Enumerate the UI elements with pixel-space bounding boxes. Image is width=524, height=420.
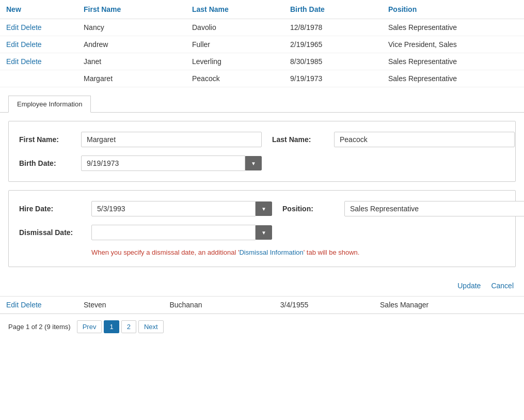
employee-info-form: First Name: Last Name: Birth Date:: [8, 121, 516, 182]
new-button[interactable]: New: [6, 5, 21, 13]
name-row: First Name: Last Name:: [19, 132, 505, 147]
birth-date-input[interactable]: [81, 155, 245, 171]
position-cell: Sales Representative: [382, 53, 524, 70]
dismissal-info-text: When you specify a dismissal date, an ad…: [19, 248, 505, 256]
hire-date-dropdown-btn[interactable]: [256, 201, 272, 216]
edit-button[interactable]: Edit: [6, 301, 19, 309]
hire-date-input[interactable]: [91, 201, 256, 216]
dismissal-date-dropdown-btn[interactable]: [256, 225, 272, 240]
birth-date-label: Birth Date:: [19, 159, 81, 167]
last-name-input[interactable]: [334, 132, 515, 147]
page-info: Page 1 of 2 (9 items): [8, 323, 71, 331]
delete-button[interactable]: Delete: [21, 301, 41, 309]
col-header-birthdate: Birth Date: [284, 0, 382, 19]
birthDate-cell: 9/19/1973: [284, 70, 382, 87]
dismissal-info-link[interactable]: Dismissal Information: [239, 248, 303, 256]
info-text-end: ' tab will be shown.: [304, 248, 360, 256]
position-input[interactable]: [344, 201, 524, 216]
info-text-mid: , an additional ': [194, 248, 239, 256]
dismissal-date-wrapper: [91, 225, 272, 240]
birthDate-cell: 12/8/1978: [284, 19, 382, 36]
position-cell: Sales Representative: [382, 19, 524, 36]
table-row: MargaretPeacock9/19/1973Sales Representa…: [0, 70, 524, 87]
next-button[interactable]: Next: [138, 320, 164, 333]
birthDate-cell: 8/30/1985: [284, 53, 382, 70]
firstName-cell: Janet: [77, 53, 186, 70]
edit-button[interactable]: Edit: [6, 40, 19, 49]
employees-table: New First Name Last Name Birth Date Posi…: [0, 0, 524, 87]
edit-button[interactable]: Edit: [6, 23, 19, 32]
firstName-cell: Andrew: [77, 36, 186, 53]
col-header-position: Position: [382, 0, 524, 19]
update-button[interactable]: Update: [457, 282, 481, 290]
hire-date-wrapper: [91, 201, 272, 216]
employment-form: Hire Date: Position: Dismissal Date: Whe…: [8, 190, 516, 267]
table-row: EditDeleteNancyDavolio12/8/1978Sales Rep…: [0, 19, 524, 36]
tab-bar: Employee Information: [0, 96, 524, 113]
dismissal-date-link[interactable]: dismissal date: [152, 248, 194, 256]
lastName-cell: Davolio: [186, 19, 284, 36]
last-name-label: Last Name:: [272, 135, 334, 144]
first-name-label: First Name:: [19, 135, 81, 144]
table-row: EditDeleteJanetLeverling8/30/1985Sales R…: [0, 53, 524, 70]
prev-button[interactable]: Prev: [77, 320, 102, 333]
lastName-cell: Fuller: [186, 36, 284, 53]
dismissal-date-label: Dismissal Date:: [19, 228, 91, 237]
page-2-button[interactable]: 2: [121, 320, 136, 333]
lastName-cell: Peacock: [186, 70, 284, 87]
dismissal-date-row: Dismissal Date:: [19, 225, 505, 240]
delete-button[interactable]: Delete: [21, 40, 41, 49]
hire-date-label: Hire Date:: [19, 205, 91, 213]
first-name-input[interactable]: [81, 132, 262, 147]
col-header-new: New: [0, 0, 77, 19]
page-1-button[interactable]: 1: [104, 320, 119, 333]
delete-button[interactable]: Delete: [21, 57, 41, 66]
firstName-cell: Steven: [77, 297, 163, 314]
col-header-firstname: First Name: [77, 0, 186, 19]
birthDate-cell: 3/4/1955: [274, 297, 374, 314]
lastName-cell: Buchanan: [163, 297, 274, 314]
employees-table-bottom: EditDeleteStevenBuchanan3/4/1955Sales Ma…: [0, 297, 524, 314]
cancel-button[interactable]: Cancel: [491, 282, 514, 290]
action-row: Update Cancel: [0, 275, 524, 296]
birth-date-dropdown-btn[interactable]: [245, 156, 262, 170]
info-text-before: When you specify a: [91, 248, 152, 256]
position-cell: Vice President, Sales: [382, 36, 524, 53]
birthDate-cell: 2/19/1965: [284, 36, 382, 53]
col-header-lastname: Last Name: [186, 0, 284, 19]
position-cell: Sales Manager: [374, 297, 524, 314]
pagination-row: Page 1 of 2 (9 items) Prev 1 2 Next: [0, 314, 524, 339]
lastName-cell: Leverling: [186, 53, 284, 70]
position-label: Position:: [282, 205, 344, 213]
edit-button[interactable]: Edit: [6, 57, 19, 66]
firstName-cell: Nancy: [77, 19, 186, 36]
table-row: EditDeleteStevenBuchanan3/4/1955Sales Ma…: [0, 297, 524, 314]
delete-button[interactable]: Delete: [21, 23, 41, 32]
birth-date-row: Birth Date:: [19, 155, 505, 171]
tab-employee-information[interactable]: Employee Information: [8, 96, 91, 113]
hire-position-row: Hire Date: Position:: [19, 201, 505, 216]
firstName-cell: Margaret: [77, 70, 186, 87]
dismissal-date-input[interactable]: [91, 225, 256, 240]
birth-date-wrapper: [81, 155, 262, 171]
table-row: EditDeleteAndrewFuller2/19/1965Vice Pres…: [0, 36, 524, 53]
position-cell: Sales Representative: [382, 70, 524, 87]
